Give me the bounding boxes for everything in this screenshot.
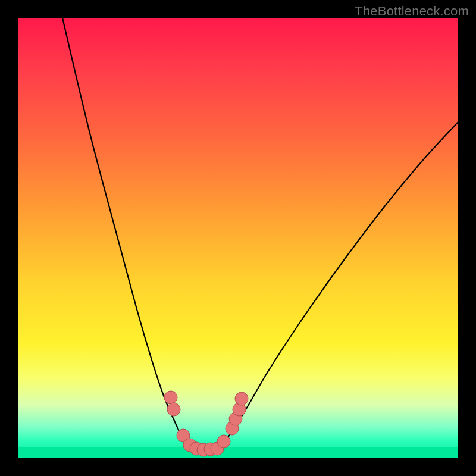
right-curve	[217, 122, 458, 449]
bead-marker	[217, 435, 230, 448]
chart-frame	[18, 18, 458, 458]
bead-marker	[164, 391, 177, 404]
chart-svg	[18, 18, 458, 458]
bead-marker	[167, 403, 180, 416]
bead-group	[164, 391, 248, 456]
watermark-text: TheBottleneck.com	[355, 4, 469, 19]
left-curve	[62, 18, 196, 449]
bead-marker	[235, 392, 248, 405]
